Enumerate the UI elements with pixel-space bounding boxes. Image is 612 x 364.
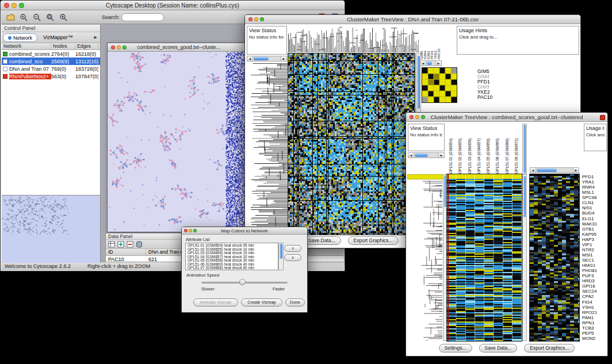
column-label[interactable]: GPL51-03 (GSM856) [465,124,475,174]
select-attributes-icon[interactable] [108,241,115,248]
dialog-titlebar[interactable]: Map Colors to Network [182,227,307,235]
gene-label[interactable]: SPC98 [582,195,607,200]
open-session-icon[interactable] [5,12,16,22]
gene-label[interactable]: YRA1 [582,179,607,185]
row-dendrogram-canvas[interactable] [247,63,288,235]
horizontal-scrollbar[interactable]: ◀ ▶ [247,56,287,62]
minimize-icon[interactable] [12,3,17,8]
gene-label[interactable]: KAP95 [582,232,607,237]
scroll-right-icon[interactable]: ▶ [281,56,286,61]
column-label[interactable]: GPL51-05 (GSM858) [484,124,493,174]
gene-label[interactable]: MAK31 [582,221,607,227]
treeview-button[interactable]: Export Graphics... [348,236,399,245]
scroll-thumb[interactable] [523,176,526,217]
zoom-window-icon[interactable] [193,229,197,232]
close-icon[interactable] [410,115,414,119]
zoom-window-icon[interactable] [123,45,127,49]
minimize-icon[interactable] [117,45,121,49]
gene-label[interactable]: MSI1 [582,252,607,258]
column-label[interactable]: GPL51-04 (GSM857) [475,124,484,174]
vertical-scrollbar[interactable] [522,174,527,341]
scroll-thumb[interactable] [523,125,526,173]
gene-label[interactable]: HRD3 [582,278,607,283]
gene-label[interactable]: CPA2 [582,294,607,299]
network-row[interactable]: DNA and Tran 07 769(0) 183728(0) [2,65,100,72]
gene-label[interactable]: HMG1 [582,263,607,268]
close-icon[interactable] [600,115,605,120]
row-dendrogram-canvas[interactable] [408,174,442,341]
close-icon[interactable] [248,17,253,21]
zoom-out-icon[interactable] [31,12,43,22]
heatmap-canvas[interactable] [447,174,522,341]
animate-vizmap-button[interactable]: Animate Vizmap [193,298,238,306]
database-icon[interactable] [136,241,143,248]
network-row[interactable]: RNAPuberNov2+ 563(0) 107847(0) [2,72,100,80]
network-canvas[interactable] [108,52,250,232]
column-label[interactable]: GPL51-06 (GSM865) [493,124,502,174]
scroll-right-icon[interactable]: ▶ [573,168,579,173]
horizontal-scrollbar[interactable]: ◀ ▶ [530,167,579,173]
scroll-track[interactable] [536,168,573,173]
gene-label[interactable]: FIG4 [582,300,607,305]
column-label[interactable]: GPL51-02 (GSM855) [456,124,465,174]
gene-label[interactable]: SEC1 [582,258,607,263]
vertical-scrollbar[interactable] [522,124,527,174]
gene-label[interactable]: MSL1 [582,190,607,195]
close-icon[interactable] [111,45,115,49]
vertical-scrollbar[interactable] [443,174,447,341]
scroll-track[interactable] [414,153,438,158]
gene-label[interactable]: ELG1 [582,216,607,221]
gene-label[interactable]: VIP1 [582,242,607,247]
close-icon[interactable] [184,229,188,232]
minimize-icon[interactable] [415,115,419,119]
global-heatmap-canvas[interactable] [530,174,579,341]
scroll-thumb[interactable] [537,168,557,172]
network-overview[interactable] [2,195,100,263]
create-vizmap-button[interactable]: Create Vizmap [241,298,282,306]
scroll-left-icon[interactable]: ◀ [420,61,426,66]
create-attribute-icon[interactable] [117,241,124,248]
close-icon[interactable] [4,3,9,8]
zoom-window-icon[interactable] [19,3,24,8]
treeview-button[interactable]: Save Data... [303,236,341,245]
gene-label[interactable]: SEC24 [582,289,607,294]
vertical-scrollbar[interactable] [278,243,284,270]
gene-label[interactable]: MON2 [582,336,607,341]
zoom-window-icon[interactable] [421,115,425,119]
minimize-icon[interactable] [189,229,192,232]
gene-label[interactable]: GTB1 [582,227,607,232]
gene-label[interactable]: TCB3 [582,325,607,331]
column-label[interactable]: PAC10 [437,26,441,59]
gene-label[interactable]: PUF3 [582,273,607,278]
move-down-button[interactable]: ∨ [284,254,301,261]
column-label[interactable]: GPL51-08 (GSM872) [512,124,521,174]
treeview-button[interactable]: Save Data... [479,344,518,352]
treeview-button[interactable]: Export Graphics... [524,344,575,352]
column-label[interactable]: GPL51-07 (GSM866) [503,124,512,174]
zoom-fit-icon[interactable] [44,12,56,22]
move-up-button[interactable]: ∧ [284,245,301,252]
attribute-list-item[interactable]: GPL51-07 (GSM868) heat shock 60 min [188,266,277,270]
slider-thumb[interactable] [239,279,246,285]
scroll-track[interactable] [253,56,281,61]
treeview-button[interactable]: Settings... [439,344,472,352]
zoom-in-icon[interactable] [18,12,29,22]
network-overview-canvas[interactable] [2,196,100,262]
scroll-right-icon[interactable]: ▶ [435,61,441,66]
gene-label[interactable]: NTR2 [582,247,607,252]
row-label[interactable]: PAC10 [477,95,512,100]
gene-label[interactable]: RPN1 [582,320,607,325]
gene-label[interactable]: RPO21 [582,310,607,315]
scroll-left-icon[interactable]: ◀ [530,168,536,173]
gene-label[interactable]: CLN1 [582,200,607,205]
scroll-track[interactable] [426,61,435,66]
scroll-thumb[interactable] [415,154,428,157]
horizontal-scrollbar[interactable]: ◀ ▶ [408,152,445,158]
gene-label[interactable]: PHO81 [582,268,607,273]
heatmap-canvas[interactable] [288,53,415,235]
network-view-titlebar[interactable]: combined_scores_good.txt--cluste... [108,43,250,52]
done-button[interactable]: Done [285,298,305,306]
tab-overflow-icon[interactable]: ▶ [93,35,99,40]
scroll-thumb[interactable] [444,175,446,207]
gene-label[interactable]: PFD1 [582,174,607,179]
